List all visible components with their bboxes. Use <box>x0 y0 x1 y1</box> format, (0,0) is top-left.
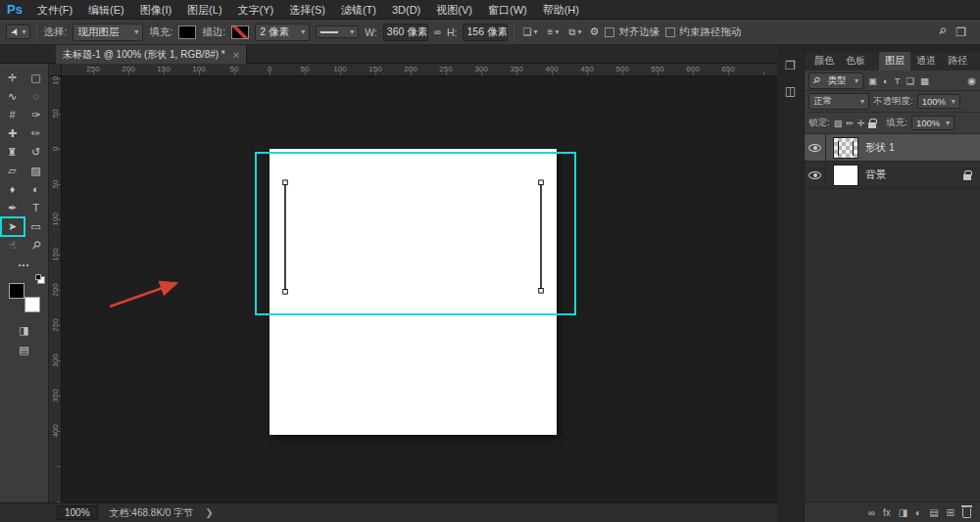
edit-toolbar-dots-icon[interactable]: ••• <box>19 261 29 269</box>
brush-tool-icon[interactable]: ✏ <box>24 124 48 143</box>
type-tool-icon[interactable]: T <box>24 199 48 217</box>
path-operations-dropdown[interactable]: ❏ ▾ <box>520 26 539 37</box>
path-alignment-dropdown[interactable]: ≡ ▾ <box>545 26 561 37</box>
menu-item[interactable]: 帮助(H) <box>535 0 587 20</box>
clone-stamp-tool-icon[interactable]: ♜ <box>1 143 24 162</box>
width-input[interactable]: 360 像素 <box>383 24 428 41</box>
zoom-level-input[interactable]: 100% <box>57 505 98 520</box>
lock-transparent-pixels-icon[interactable]: ▨ <box>834 119 843 128</box>
filter-pixel-layers-icon[interactable]: ▣ <box>867 75 878 86</box>
blend-mode-dropdown[interactable]: 正常 ▾ <box>808 93 869 110</box>
foreground-color-swatch[interactable] <box>9 283 24 299</box>
eraser-tool-icon[interactable]: ▱ <box>1 162 24 180</box>
panel-tabs: 颜色 色板 图层 通道 路径 <box>805 53 980 71</box>
canvas-area[interactable]: 2502001501005005010015020025030035040045… <box>49 64 777 502</box>
filter-smart-object-icon[interactable]: ▦ <box>919 75 930 86</box>
tab-color[interactable]: 颜色 <box>808 52 840 71</box>
history-brush-tool-icon[interactable]: ↺ <box>24 143 48 162</box>
select-mode-dropdown[interactable]: 现用图层 ▾ <box>73 24 143 41</box>
pen-tool-icon[interactable]: ✒ <box>1 199 24 217</box>
gear-icon[interactable]: ⚙ <box>589 25 599 38</box>
blend-mode-row: 正常 ▾ 不透明度: 100% ▾ <box>805 91 980 113</box>
lock-position-icon[interactable]: ✛ <box>858 119 865 128</box>
tab-swatches[interactable]: 色板 <box>840 52 871 71</box>
layer-row-shape-1[interactable]: 形状 1 <box>805 134 980 162</box>
fill-color-swatch[interactable] <box>178 25 196 39</box>
status-chevron-icon[interactable]: ❯ <box>205 507 213 518</box>
menu-item[interactable]: 文字(Y) <box>230 0 282 20</box>
height-input[interactable]: 156 像素 <box>463 24 508 41</box>
menu-item[interactable]: 编辑(E) <box>80 0 132 20</box>
default-colors-icon[interactable] <box>35 274 41 280</box>
path-selection-tool-icon[interactable]: ➤ <box>1 217 24 236</box>
menu-item[interactable]: 选择(S) <box>281 0 333 20</box>
healing-brush-tool-icon[interactable]: ✚ <box>1 124 24 143</box>
stroke-width-dropdown[interactable]: 2 像素 ▾ <box>255 24 310 41</box>
constrain-path-drag-checkbox[interactable]: 约束路径拖动 <box>665 25 741 39</box>
menu-item[interactable]: 图层(L) <box>179 0 229 20</box>
crop-tool-icon[interactable]: # <box>1 106 24 124</box>
new-layer-icon[interactable]: ⊞ <box>947 507 955 518</box>
layer-row-background[interactable]: 背景 <box>805 162 980 189</box>
adjustment-layer-icon[interactable]: ◐ <box>915 507 921 518</box>
layer-name: 形状 1 <box>865 141 895 155</box>
quick-mask-icon[interactable]: ◨ <box>19 324 28 337</box>
menu-item[interactable]: 视图(V) <box>428 0 480 20</box>
dodge-tool-icon[interactable]: ◐ <box>24 180 48 199</box>
lock-image-pixels-icon[interactable]: ✏ <box>846 119 854 128</box>
layer-thumbnail[interactable] <box>833 165 858 186</box>
stroke-color-swatch[interactable] <box>231 25 249 39</box>
workspace-icon[interactable]: ❐ <box>956 25 966 39</box>
fill-opacity-dropdown[interactable]: 100% ▾ <box>911 116 955 130</box>
path-arrange-dropdown[interactable]: ⧉ ▾ <box>566 26 583 38</box>
select-mode-label: 选择: <box>43 25 67 39</box>
filter-kind-dropdown[interactable]: ⚲ 类型 ▾ <box>808 72 863 89</box>
hand-tool-icon[interactable]: ☝ <box>1 236 24 255</box>
tab-channels[interactable]: 通道 <box>910 52 942 71</box>
background-color-swatch[interactable] <box>24 297 40 312</box>
link-dimensions-icon[interactable]: ∞ <box>434 26 441 37</box>
tab-paths[interactable]: 路径 <box>942 52 973 71</box>
quick-selection-tool-icon[interactable]: ◌ <box>24 87 48 106</box>
filter-shape-layers-icon[interactable]: ❏ <box>906 75 916 86</box>
layer-mask-icon[interactable]: ◨ <box>899 507 907 518</box>
tool-preset-dropdown[interactable]: ➤ ▾ <box>6 24 30 39</box>
filter-adjustment-layers-icon[interactable]: ◐ <box>882 75 890 86</box>
filter-toggle-icon[interactable]: ◉ <box>967 75 976 86</box>
tab-layers[interactable]: 图层 <box>879 52 910 71</box>
menu-item[interactable]: 滤镜(T) <box>333 0 384 20</box>
ruler-origin[interactable] <box>49 64 62 76</box>
new-group-icon[interactable]: ▤ <box>929 507 938 518</box>
move-tool-icon[interactable]: ✛ <box>1 69 24 87</box>
filter-type-layers-icon[interactable]: T <box>894 75 902 86</box>
align-edges-checkbox[interactable]: 对齐边缘 <box>605 25 660 39</box>
delete-layer-icon[interactable] <box>962 508 971 518</box>
marquee-tool-icon[interactable]: ▢ <box>24 69 48 87</box>
link-layers-icon[interactable]: ∞ <box>868 507 875 518</box>
visibility-toggle[interactable] <box>805 134 826 161</box>
search-icon[interactable]: ⚲ <box>934 24 949 39</box>
gradient-tool-icon[interactable]: ▨ <box>24 162 48 180</box>
lasso-tool-icon[interactable]: ∿ <box>1 87 24 106</box>
width-label: W: <box>365 26 377 38</box>
stroke-style-dropdown[interactable]: ▾ <box>316 25 359 38</box>
eyedropper-tool-icon[interactable]: ✑ <box>24 106 48 124</box>
layer-style-fx-icon[interactable]: fx <box>883 507 891 518</box>
document-tab[interactable]: 未标题-1 @ 100% (形状 1, RGB/8#) * × <box>56 45 247 64</box>
align-edges-label: 对齐边缘 <box>618 25 660 39</box>
close-icon[interactable]: × <box>233 49 239 61</box>
collapsed-panel-icon[interactable]: ❐ <box>781 57 801 74</box>
screen-mode-icon[interactable]: ▤ <box>19 344 28 356</box>
path-arrange-icon: ⧉ <box>568 26 575 38</box>
menu-item[interactable]: 文件(F) <box>29 0 80 20</box>
menu-item[interactable]: 图像(I) <box>132 0 179 20</box>
menu-item[interactable]: 窗口(W) <box>480 0 535 20</box>
visibility-toggle[interactable] <box>805 162 826 188</box>
toolbar-bottom: ◨ ▤ <box>19 324 28 356</box>
collapsed-panel-icon-2[interactable]: ◫ <box>781 82 801 100</box>
lock-all-icon[interactable] <box>868 122 876 128</box>
blur-tool-icon[interactable]: ♦ <box>1 180 24 199</box>
menu-item[interactable]: 3D(D) <box>384 0 428 20</box>
layer-thumbnail[interactable] <box>833 137 858 159</box>
opacity-dropdown[interactable]: 100% ▾ <box>917 94 960 109</box>
